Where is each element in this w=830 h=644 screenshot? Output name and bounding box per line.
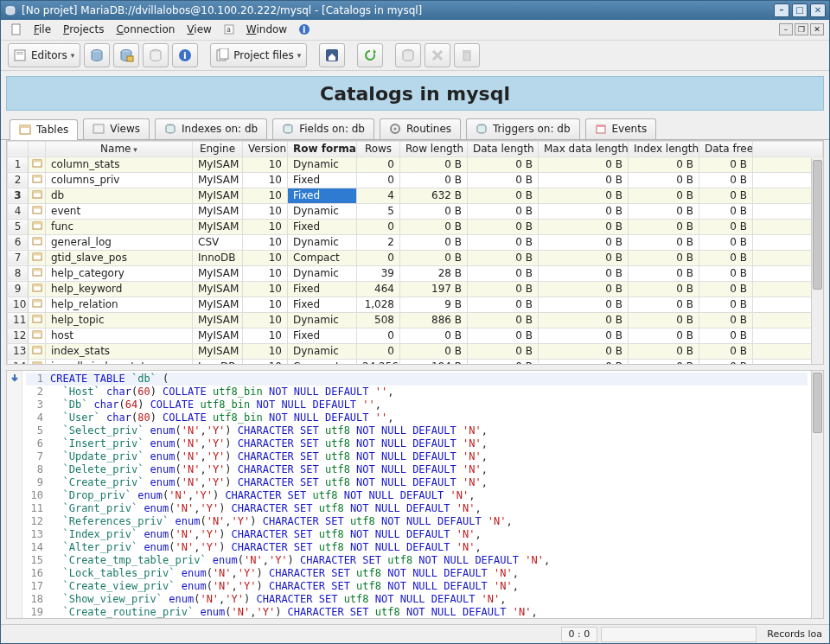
- cell-version[interactable]: 10: [243, 328, 288, 343]
- menu-window[interactable]: Window: [241, 22, 292, 37]
- window-maximize-button[interactable]: □: [792, 3, 808, 17]
- cell-name[interactable]: db: [46, 188, 193, 203]
- cell-engine[interactable]: MyISAM: [193, 156, 243, 172]
- table-row[interactable]: 9help_keywordMyISAM10Fixed464197 B0 B0 B…: [8, 281, 823, 296]
- table-row[interactable]: 13index_statsMyISAM10Dynamic00 B0 B0 B0 …: [8, 343, 823, 359]
- cell-maxdatalength[interactable]: 0 B: [539, 265, 629, 281]
- cell-datalength[interactable]: 0 B: [468, 265, 539, 281]
- cell-datafree[interactable]: 0 B: [699, 281, 753, 296]
- cell-maxdatalength[interactable]: 0 B: [539, 312, 629, 328]
- sql-line[interactable]: 12 `References_priv` enum('N','Y') CHARA…: [26, 515, 808, 528]
- table-row[interactable]: 10help_relationMyISAM10Fixed1,0289 B0 B0…: [8, 296, 823, 312]
- sql-line[interactable]: 15 `Create_tmp_table_priv` enum('N','Y')…: [26, 554, 808, 567]
- help-icon[interactable]: i: [297, 22, 311, 36]
- sql-line[interactable]: 3 `Db` char(64) COLLATE utf8_bin NOT NUL…: [26, 399, 808, 411]
- sql-line[interactable]: 11 `Grant_priv` enum('N','Y') CHARACTER …: [26, 502, 808, 515]
- cell-rowformat[interactable]: Dynamic: [288, 312, 357, 328]
- new-icon[interactable]: [10, 22, 23, 36]
- menu-connection[interactable]: Connection: [111, 22, 180, 37]
- arrow-down-icon[interactable]: [9, 373, 21, 387]
- cell-rows[interactable]: 0: [357, 328, 400, 343]
- cell-version[interactable]: 10: [243, 219, 288, 234]
- cell-datalength[interactable]: 0 B: [468, 156, 539, 172]
- cell-engine[interactable]: CSV: [193, 234, 243, 250]
- cell-version[interactable]: 10: [243, 156, 288, 172]
- cell-datafree[interactable]: 0 B: [699, 156, 753, 172]
- cell-rowformat[interactable]: Compact: [288, 250, 357, 265]
- cell-version[interactable]: 10: [243, 312, 288, 328]
- cell-engine[interactable]: InnoDB: [193, 250, 243, 265]
- cell-rows[interactable]: 464: [357, 281, 400, 296]
- cell-indexlength[interactable]: 0 B: [629, 265, 699, 281]
- cell-rowlength[interactable]: 0 B: [400, 328, 468, 343]
- col-maxdatalength[interactable]: Max data length: [539, 141, 629, 156]
- cell-datafree[interactable]: 0 B: [699, 343, 753, 359]
- cell-version[interactable]: 10: [243, 250, 288, 265]
- cell-datalength[interactable]: 0 B: [468, 328, 539, 343]
- editors-dropdown[interactable]: Editors ▾: [8, 43, 80, 67]
- cell-name[interactable]: event: [46, 203, 193, 219]
- cell-datalength[interactable]: 0 B: [468, 312, 539, 328]
- cell-maxdatalength[interactable]: 0 B: [539, 250, 629, 265]
- row-number[interactable]: 1: [8, 156, 29, 172]
- cell-rows[interactable]: 2: [357, 234, 400, 250]
- refresh-button[interactable]: [357, 43, 383, 67]
- row-number[interactable]: 12: [8, 328, 29, 343]
- sql-line[interactable]: 6 `Insert_priv` enum('N','Y') CHARACTER …: [26, 437, 808, 450]
- cell-datalength[interactable]: 0 B: [468, 188, 539, 203]
- cell-rowformat[interactable]: Fixed: [288, 219, 357, 234]
- cell-name[interactable]: host: [46, 328, 193, 343]
- cell-rows[interactable]: 508: [357, 312, 400, 328]
- cell-datafree[interactable]: 0 B: [699, 250, 753, 265]
- cell-rowformat[interactable]: Fixed: [288, 172, 357, 188]
- sql-line[interactable]: 14 `Alter_priv` enum('N','Y') CHARACTER …: [26, 541, 808, 554]
- sql-editor[interactable]: 1CREATE TABLE `db` (2 `Host` char(60) CO…: [22, 371, 811, 618]
- cell-rowformat[interactable]: Compact: [288, 359, 357, 365]
- cell-datalength[interactable]: 0 B: [468, 343, 539, 359]
- table-row[interactable]: 1column_statsMyISAM10Dynamic00 B0 B0 B0 …: [8, 156, 823, 172]
- cell-indexlength[interactable]: 0 B: [629, 359, 699, 365]
- table-row[interactable]: 11help_topicMyISAM10Dynamic508886 B0 B0 …: [8, 312, 823, 328]
- table-row[interactable]: 3dbMyISAM10Fixed4632 B0 B0 B0 B0 B: [8, 188, 823, 203]
- table-row[interactable]: 6general_logCSV10Dynamic20 B0 B0 B0 B0 B: [8, 234, 823, 250]
- cell-rowformat[interactable]: Fixed: [288, 296, 357, 312]
- cell-datafree[interactable]: 0 B: [699, 328, 753, 343]
- cell-version[interactable]: 10: [243, 296, 288, 312]
- sql-line[interactable]: 4 `User` char(80) COLLATE utf8_bin NOT N…: [26, 411, 808, 424]
- cell-engine[interactable]: MyISAM: [193, 343, 243, 359]
- sql-line[interactable]: 18 `Show_view_priv` enum('N','Y') CHARAC…: [26, 593, 808, 606]
- cell-rowlength[interactable]: 197 B: [400, 281, 468, 296]
- row-number[interactable]: 14: [8, 359, 29, 365]
- table-row[interactable]: 5funcMyISAM10Fixed00 B0 B0 B0 B0 B: [8, 219, 823, 234]
- cell-rowlength[interactable]: 0 B: [400, 234, 468, 250]
- cell-maxdatalength[interactable]: 0 B: [539, 172, 629, 188]
- cell-datafree[interactable]: 0 B: [699, 188, 753, 203]
- mdi-restore-button[interactable]: ❐: [795, 23, 808, 35]
- sql-line[interactable]: 8 `Delete_priv` enum('N','Y') CHARACTER …: [26, 463, 808, 476]
- cell-datalength[interactable]: 0 B: [468, 296, 539, 312]
- cell-rowlength[interactable]: 0 B: [400, 172, 468, 188]
- cell-maxdatalength[interactable]: 0 B: [539, 359, 629, 365]
- col-datalength[interactable]: Data length: [468, 141, 539, 156]
- cell-engine[interactable]: MyISAM: [193, 172, 243, 188]
- col-indexlength[interactable]: Index length: [629, 141, 699, 156]
- col-engine[interactable]: Engine: [193, 141, 243, 156]
- cell-maxdatalength[interactable]: 0 B: [539, 328, 629, 343]
- row-number[interactable]: 11: [8, 312, 29, 328]
- col-datafree[interactable]: Data free: [699, 141, 753, 156]
- db-lock-button[interactable]: [113, 43, 139, 67]
- cell-engine[interactable]: MyISAM: [193, 219, 243, 234]
- cell-datafree[interactable]: 0 B: [699, 265, 753, 281]
- cell-rows[interactable]: 0: [357, 156, 400, 172]
- tab-tables[interactable]: Tables: [10, 119, 78, 140]
- db-grey-button[interactable]: [395, 43, 421, 67]
- table-row[interactable]: 7gtid_slave_posInnoDB10Compact00 B0 B0 B…: [8, 250, 823, 265]
- cell-rows[interactable]: 0: [357, 172, 400, 188]
- cell-maxdatalength[interactable]: 0 B: [539, 219, 629, 234]
- cell-name[interactable]: column_stats: [46, 156, 193, 172]
- cell-datalength[interactable]: 0 B: [468, 250, 539, 265]
- cell-datalength[interactable]: 0 B: [468, 203, 539, 219]
- cell-name[interactable]: help_category: [46, 265, 193, 281]
- cell-rowformat[interactable]: Dynamic: [288, 156, 357, 172]
- table-row[interactable]: 8help_categoryMyISAM10Dynamic3928 B0 B0 …: [8, 265, 823, 281]
